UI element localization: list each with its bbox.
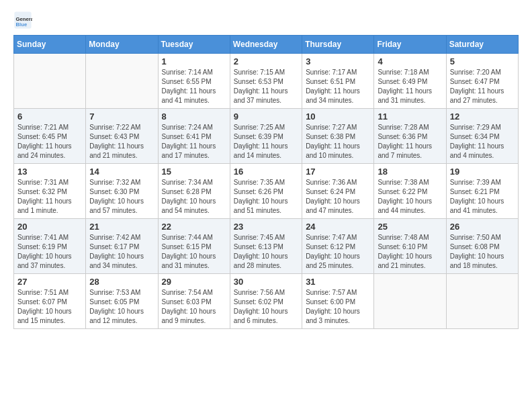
weekday-header-row: SundayMondayTuesdayWednesdayThursdayFrid… (14, 36, 519, 54)
day-number: 25 (378, 222, 442, 232)
day-info: Sunrise: 7:45 AM Sunset: 6:13 PM Dayligh… (234, 233, 298, 271)
day-info: Sunrise: 7:54 AM Sunset: 6:03 PM Dayligh… (162, 288, 226, 326)
calendar-cell: 14Sunrise: 7:32 AM Sunset: 6:30 PM Dayli… (86, 164, 158, 219)
day-info: Sunrise: 7:39 AM Sunset: 6:21 PM Dayligh… (450, 178, 515, 216)
day-info: Sunrise: 7:38 AM Sunset: 6:22 PM Dayligh… (378, 178, 442, 216)
day-number: 6 (17, 111, 82, 122)
day-number: 11 (378, 111, 442, 122)
day-info: Sunrise: 7:31 AM Sunset: 6:32 PM Dayligh… (17, 178, 82, 216)
day-info: Sunrise: 7:24 AM Sunset: 6:41 PM Dayligh… (162, 123, 226, 161)
day-number: 24 (306, 222, 370, 232)
weekday-friday: Friday (374, 36, 446, 54)
day-number: 21 (89, 222, 154, 232)
day-number: 2 (234, 56, 298, 66)
header: General Blue (13, 11, 519, 30)
weekday-monday: Monday (86, 36, 158, 54)
calendar-cell: 6Sunrise: 7:21 AM Sunset: 6:45 PM Daylig… (14, 109, 86, 164)
calendar-week-1: 1Sunrise: 7:14 AM Sunset: 6:55 PM Daylig… (14, 54, 519, 109)
day-info: Sunrise: 7:56 AM Sunset: 6:02 PM Dayligh… (234, 288, 298, 326)
calendar-cell (14, 54, 86, 109)
day-info: Sunrise: 7:57 AM Sunset: 6:00 PM Dayligh… (306, 288, 370, 326)
calendar-cell (446, 274, 518, 329)
calendar-cell: 16Sunrise: 7:35 AM Sunset: 6:26 PM Dayli… (230, 164, 302, 219)
day-number: 8 (162, 111, 226, 122)
calendar-cell: 25Sunrise: 7:48 AM Sunset: 6:10 PM Dayli… (374, 219, 446, 274)
calendar-cell: 13Sunrise: 7:31 AM Sunset: 6:32 PM Dayli… (14, 164, 86, 219)
calendar-cell: 30Sunrise: 7:56 AM Sunset: 6:02 PM Dayli… (230, 274, 302, 329)
day-info: Sunrise: 7:21 AM Sunset: 6:45 PM Dayligh… (17, 123, 82, 161)
calendar-cell: 9Sunrise: 7:25 AM Sunset: 6:39 PM Daylig… (230, 109, 302, 164)
day-info: Sunrise: 7:53 AM Sunset: 6:05 PM Dayligh… (89, 288, 154, 326)
weekday-sunday: Sunday (14, 36, 86, 54)
calendar-cell: 31Sunrise: 7:57 AM Sunset: 6:00 PM Dayli… (302, 274, 374, 329)
calendar-cell: 4Sunrise: 7:18 AM Sunset: 6:49 PM Daylig… (374, 54, 446, 109)
day-number: 17 (306, 167, 370, 177)
day-number: 28 (89, 277, 154, 287)
calendar-cell: 17Sunrise: 7:36 AM Sunset: 6:24 PM Dayli… (302, 164, 374, 219)
calendar-cell: 2Sunrise: 7:15 AM Sunset: 6:53 PM Daylig… (230, 54, 302, 109)
day-number: 10 (306, 111, 370, 122)
day-number: 26 (450, 222, 515, 232)
calendar-cell: 18Sunrise: 7:38 AM Sunset: 6:22 PM Dayli… (374, 164, 446, 219)
day-number: 12 (450, 111, 515, 122)
day-number: 31 (306, 277, 370, 287)
calendar-cell: 28Sunrise: 7:53 AM Sunset: 6:05 PM Dayli… (86, 274, 158, 329)
day-info: Sunrise: 7:28 AM Sunset: 6:36 PM Dayligh… (378, 123, 442, 161)
day-number: 29 (162, 277, 226, 287)
calendar-cell: 11Sunrise: 7:28 AM Sunset: 6:36 PM Dayli… (374, 109, 446, 164)
calendar-week-4: 20Sunrise: 7:41 AM Sunset: 6:19 PM Dayli… (14, 219, 519, 274)
day-number: 5 (450, 56, 515, 66)
day-info: Sunrise: 7:25 AM Sunset: 6:39 PM Dayligh… (234, 123, 298, 161)
day-info: Sunrise: 7:32 AM Sunset: 6:30 PM Dayligh… (89, 178, 154, 216)
day-number: 14 (89, 167, 154, 177)
calendar-table: SundayMondayTuesdayWednesdayThursdayFrid… (13, 35, 519, 329)
logo: General Blue (13, 11, 35, 30)
day-info: Sunrise: 7:48 AM Sunset: 6:10 PM Dayligh… (378, 233, 442, 271)
day-info: Sunrise: 7:42 AM Sunset: 6:17 PM Dayligh… (89, 233, 154, 271)
weekday-wednesday: Wednesday (230, 36, 302, 54)
day-number: 1 (162, 56, 226, 66)
calendar-cell: 5Sunrise: 7:20 AM Sunset: 6:47 PM Daylig… (446, 54, 518, 109)
calendar-cell: 26Sunrise: 7:50 AM Sunset: 6:08 PM Dayli… (446, 219, 518, 274)
day-info: Sunrise: 7:17 AM Sunset: 6:51 PM Dayligh… (306, 68, 370, 105)
day-info: Sunrise: 7:35 AM Sunset: 6:26 PM Dayligh… (234, 178, 298, 216)
day-number: 15 (162, 167, 226, 177)
day-number: 22 (162, 222, 226, 232)
day-info: Sunrise: 7:36 AM Sunset: 6:24 PM Dayligh… (306, 178, 370, 216)
day-info: Sunrise: 7:14 AM Sunset: 6:55 PM Dayligh… (162, 68, 226, 105)
day-info: Sunrise: 7:47 AM Sunset: 6:12 PM Dayligh… (306, 233, 370, 271)
calendar-cell: 20Sunrise: 7:41 AM Sunset: 6:19 PM Dayli… (14, 219, 86, 274)
calendar-cell: 15Sunrise: 7:34 AM Sunset: 6:28 PM Dayli… (158, 164, 230, 219)
calendar-cell: 8Sunrise: 7:24 AM Sunset: 6:41 PM Daylig… (158, 109, 230, 164)
calendar-cell: 19Sunrise: 7:39 AM Sunset: 6:21 PM Dayli… (446, 164, 518, 219)
weekday-thursday: Thursday (302, 36, 374, 54)
day-number: 4 (378, 56, 442, 66)
calendar-cell: 7Sunrise: 7:22 AM Sunset: 6:43 PM Daylig… (86, 109, 158, 164)
day-number: 23 (234, 222, 298, 232)
calendar-cell: 24Sunrise: 7:47 AM Sunset: 6:12 PM Dayli… (302, 219, 374, 274)
calendar-week-2: 6Sunrise: 7:21 AM Sunset: 6:45 PM Daylig… (14, 109, 519, 164)
calendar-cell: 1Sunrise: 7:14 AM Sunset: 6:55 PM Daylig… (158, 54, 230, 109)
day-number: 18 (378, 167, 442, 177)
calendar-week-5: 27Sunrise: 7:51 AM Sunset: 6:07 PM Dayli… (14, 274, 519, 329)
calendar-cell: 27Sunrise: 7:51 AM Sunset: 6:07 PM Dayli… (14, 274, 86, 329)
day-number: 30 (234, 277, 298, 287)
calendar-cell: 21Sunrise: 7:42 AM Sunset: 6:17 PM Dayli… (86, 219, 158, 274)
day-number: 20 (17, 222, 82, 232)
weekday-tuesday: Tuesday (158, 36, 230, 54)
day-info: Sunrise: 7:22 AM Sunset: 6:43 PM Dayligh… (89, 123, 154, 161)
day-number: 3 (306, 56, 370, 66)
day-number: 16 (234, 167, 298, 177)
weekday-saturday: Saturday (446, 36, 518, 54)
calendar-cell (86, 54, 158, 109)
day-number: 27 (17, 277, 82, 287)
day-info: Sunrise: 7:20 AM Sunset: 6:47 PM Dayligh… (450, 68, 515, 105)
day-number: 9 (234, 111, 298, 122)
day-info: Sunrise: 7:34 AM Sunset: 6:28 PM Dayligh… (162, 178, 226, 216)
day-info: Sunrise: 7:15 AM Sunset: 6:53 PM Dayligh… (234, 68, 298, 105)
calendar-week-3: 13Sunrise: 7:31 AM Sunset: 6:32 PM Dayli… (14, 164, 519, 219)
day-info: Sunrise: 7:27 AM Sunset: 6:38 PM Dayligh… (306, 123, 370, 161)
svg-text:Blue: Blue (16, 21, 28, 28)
calendar-cell: 29Sunrise: 7:54 AM Sunset: 6:03 PM Dayli… (158, 274, 230, 329)
calendar-cell: 3Sunrise: 7:17 AM Sunset: 6:51 PM Daylig… (302, 54, 374, 109)
